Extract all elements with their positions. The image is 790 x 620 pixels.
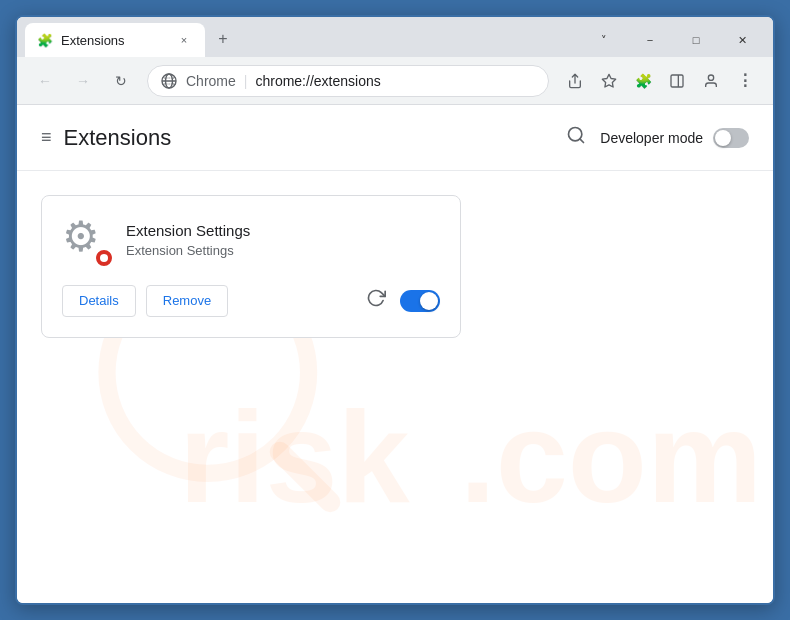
- extension-icon-container: ⚙: [62, 216, 110, 264]
- address-bar[interactable]: Chrome | chrome://extensions: [147, 65, 549, 97]
- tab-favicon: 🧩: [37, 32, 53, 48]
- tab-label: Extensions: [61, 33, 125, 48]
- extension-badge: [94, 248, 114, 268]
- browser-window: 🧩 Extensions × + ˅ − □ ✕ ← → ↻: [15, 15, 775, 605]
- extension-actions: Details Remove: [62, 284, 440, 317]
- svg-marker-6: [602, 74, 615, 87]
- toolbar-actions: 🧩 ⋮: [559, 65, 761, 97]
- new-tab-button[interactable]: +: [209, 25, 237, 53]
- title-bar: 🧩 Extensions × + ˅ − □ ✕: [17, 17, 773, 57]
- dev-mode-label: Developer mode: [600, 130, 703, 146]
- address-separator: |: [244, 73, 248, 89]
- details-button[interactable]: Details: [62, 285, 136, 317]
- browser-name: Chrome: [186, 73, 236, 89]
- svg-point-9: [708, 75, 713, 80]
- maximize-button[interactable]: □: [673, 25, 719, 55]
- page-title: Extensions: [64, 125, 563, 151]
- extension-enabled-toggle[interactable]: [400, 290, 440, 312]
- toolbar: ← → ↻ Chrome | chrome://extensions: [17, 57, 773, 105]
- extension-text: Extension Settings Extension Settings: [126, 216, 250, 264]
- split-button[interactable]: [661, 65, 693, 97]
- refresh-extension-button[interactable]: [362, 284, 390, 317]
- svg-text:risk: risk: [179, 385, 411, 529]
- menu-button[interactable]: ⋮: [729, 65, 761, 97]
- extension-card: ⚙ Extension Settings Extension Settings …: [41, 195, 461, 338]
- url-text: chrome://extensions: [255, 73, 536, 89]
- extension-info: ⚙ Extension Settings Extension Settings: [62, 216, 440, 264]
- tab-close-button[interactable]: ×: [175, 31, 193, 49]
- extensions-toolbar-button[interactable]: 🧩: [627, 65, 659, 97]
- bookmark-button[interactable]: [593, 65, 625, 97]
- hide-button[interactable]: ˅: [581, 25, 627, 55]
- minimize-button[interactable]: −: [627, 25, 673, 55]
- forward-icon: →: [76, 73, 90, 89]
- svg-line-13: [280, 452, 330, 502]
- page-content: ≡ Extensions Developer mode: [17, 105, 773, 603]
- badge-dot: [100, 254, 108, 262]
- profile-button[interactable]: [695, 65, 727, 97]
- hamburger-menu-icon[interactable]: ≡: [41, 127, 52, 148]
- svg-text:.com: .com: [460, 385, 762, 529]
- developer-mode-toggle[interactable]: [713, 128, 749, 148]
- search-button[interactable]: [562, 121, 590, 154]
- extension-description: Extension Settings: [126, 243, 250, 258]
- remove-button[interactable]: Remove: [146, 285, 228, 317]
- reload-icon: ↻: [115, 73, 127, 89]
- reload-button[interactable]: ↻: [105, 65, 137, 97]
- svg-rect-7: [671, 75, 683, 87]
- forward-button[interactable]: →: [67, 65, 99, 97]
- window-controls: ˅ − □ ✕: [581, 25, 765, 55]
- extensions-list: risk .com ⚙ Extension Settings Extension…: [17, 171, 773, 603]
- three-dots-icon: ⋮: [737, 71, 754, 90]
- svg-line-11: [580, 139, 584, 143]
- puzzle-icon: 🧩: [635, 73, 652, 89]
- extension-name: Extension Settings: [126, 222, 250, 239]
- back-button[interactable]: ←: [29, 65, 61, 97]
- back-icon: ←: [38, 73, 52, 89]
- close-button[interactable]: ✕: [719, 25, 765, 55]
- share-button[interactable]: [559, 65, 591, 97]
- active-tab[interactable]: 🧩 Extensions ×: [25, 23, 205, 57]
- developer-mode-area: Developer mode: [562, 121, 749, 154]
- security-icon: [160, 72, 178, 90]
- extensions-header: ≡ Extensions Developer mode: [17, 105, 773, 171]
